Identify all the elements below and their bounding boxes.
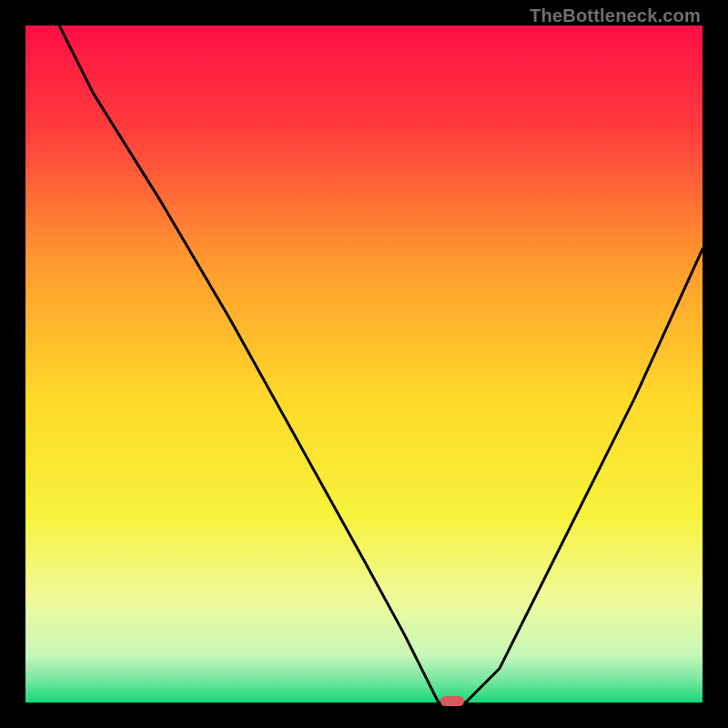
plot-area [25,25,703,703]
watermark-text: TheBottleneck.com [530,5,701,26]
chart-svg [25,25,703,703]
gradient-background [25,25,703,703]
optimal-marker [440,696,464,706]
chart-frame: TheBottleneck.com [0,0,728,728]
